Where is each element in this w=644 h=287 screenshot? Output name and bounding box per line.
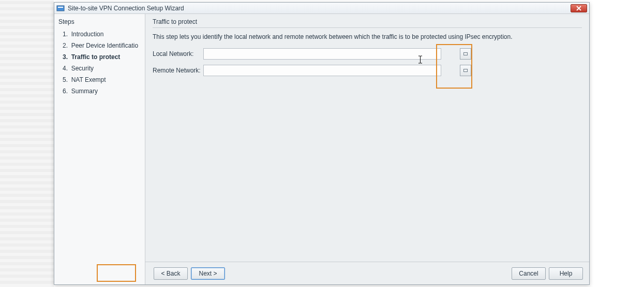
- footer-bar: < Back Next > Cancel Help: [145, 262, 589, 284]
- ellipsis-icon: [463, 52, 468, 55]
- help-button[interactable]: Help: [549, 267, 583, 280]
- dialog-body: Steps 1. Introduction 2. Peer Device Ide…: [54, 14, 589, 284]
- main-panel: Traffic to protect This step lets you id…: [145, 14, 589, 284]
- remote-network-input[interactable]: [203, 65, 441, 76]
- remote-network-browse-button[interactable]: [460, 65, 471, 76]
- network-form: Local Network: Remote Network:: [153, 48, 582, 77]
- steps-sidebar: Steps 1. Introduction 2. Peer Device Ide…: [54, 14, 145, 284]
- app-icon: [56, 4, 65, 12]
- close-button[interactable]: [571, 4, 587, 12]
- cancel-button[interactable]: Cancel: [512, 267, 546, 280]
- background-strip: [0, 0, 54, 287]
- steps-header: Steps: [58, 18, 141, 25]
- wizard-dialog: Site-to-site VPN Connection Setup Wizard…: [54, 2, 590, 285]
- remote-network-row: Remote Network:: [153, 64, 582, 77]
- page-title: Traffic to protect: [153, 18, 582, 28]
- local-network-input[interactable]: [203, 48, 441, 60]
- step-traffic-to-protect[interactable]: 3. Traffic to protect: [58, 51, 141, 63]
- step-peer-device[interactable]: 2. Peer Device Identificatio: [58, 40, 141, 51]
- back-button[interactable]: < Back: [154, 267, 188, 280]
- step-summary[interactable]: 6. Summary: [58, 85, 141, 97]
- local-network-row: Local Network:: [153, 48, 582, 60]
- step-nat-exempt[interactable]: 5. NAT Exempt: [58, 74, 141, 85]
- remote-network-label: Remote Network:: [153, 67, 203, 74]
- local-network-browse-button[interactable]: [460, 48, 471, 60]
- step-security[interactable]: 4. Security: [58, 63, 141, 74]
- next-button[interactable]: Next >: [191, 267, 225, 280]
- svg-rect-0: [57, 6, 64, 11]
- svg-rect-1: [58, 7, 63, 8]
- page-description: This step lets you identify the local ne…: [153, 33, 582, 40]
- local-network-label: Local Network:: [153, 50, 203, 58]
- content-area: Traffic to protect This step lets you id…: [145, 14, 589, 262]
- window-title: Site-to-site VPN Connection Setup Wizard: [68, 5, 184, 12]
- titlebar: Site-to-site VPN Connection Setup Wizard: [54, 3, 589, 14]
- step-introduction[interactable]: 1. Introduction: [58, 28, 141, 40]
- ellipsis-icon: [463, 69, 468, 72]
- step-list: 1. Introduction 2. Peer Device Identific…: [58, 28, 141, 97]
